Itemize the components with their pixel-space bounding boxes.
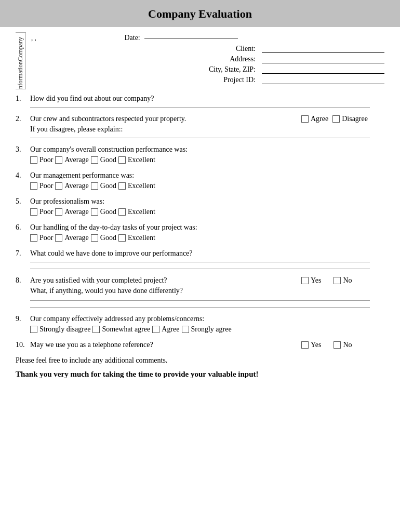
q8-yes[interactable]: Yes xyxy=(301,276,321,285)
q9-strongly-agree[interactable]: Srongly agree xyxy=(182,325,232,334)
q10-num: 10. xyxy=(16,341,30,349)
q6-excellent-checkbox[interactable] xyxy=(118,234,126,242)
q2-row: 2. Our crew and subcontractors respected… xyxy=(16,115,384,123)
q5-good-checkbox[interactable] xyxy=(91,208,98,216)
q10-yes-checkbox[interactable] xyxy=(301,341,309,349)
q4-poor-checkbox[interactable] xyxy=(30,182,37,190)
q2-disagree-checkbox[interactable] xyxy=(332,115,340,123)
q9-num: 9. xyxy=(16,315,30,323)
q8-yes-checkbox[interactable] xyxy=(301,277,309,284)
comma-text: , , xyxy=(31,34,36,42)
q3-good[interactable]: Good xyxy=(91,156,116,164)
q6-options: Poor Average Good Excellent xyxy=(30,234,384,242)
q2-text: Our crew and subcontractors respected yo… xyxy=(30,115,296,123)
q3-average-checkbox[interactable] xyxy=(55,156,62,164)
info-fields: , , Date: Client: Address: City, State, … xyxy=(31,32,384,89)
q9-options: Strongly disagree Somewhat agree Agree S… xyxy=(30,325,384,334)
q2-agree-label: Agree xyxy=(311,115,328,123)
q4-good[interactable]: Good xyxy=(91,182,116,190)
q3-good-checkbox[interactable] xyxy=(91,156,98,164)
q5-average-label: Average xyxy=(64,208,88,216)
q6-average-label: Average xyxy=(64,234,88,242)
q9-agree[interactable]: Agree xyxy=(152,325,179,334)
q10-no[interactable]: No xyxy=(334,341,352,349)
q8-answer-line-1 xyxy=(30,300,370,301)
q5-options: Poor Average Good Excellent xyxy=(30,208,384,216)
question-5: 5. Our professionalism was: Poor Average… xyxy=(16,197,384,216)
q5-average-checkbox[interactable] xyxy=(55,208,62,216)
q6-average[interactable]: Average xyxy=(55,234,88,242)
q9-somewhat-agree[interactable]: Somewhat agree xyxy=(92,325,150,334)
q8-no[interactable]: No xyxy=(334,276,352,285)
q3-poor-checkbox[interactable] xyxy=(30,156,37,164)
question-1: 1. How did you find out about our compan… xyxy=(16,95,384,108)
question-4: 4. Our management performance was: Poor … xyxy=(16,171,384,190)
q2-agree-checkbox[interactable] xyxy=(301,115,309,123)
q5-excellent-label: Excellent xyxy=(128,208,155,216)
project-id-row: Project ID: xyxy=(31,76,384,84)
q5-excellent-checkbox[interactable] xyxy=(118,208,126,216)
q2-disagree-label: Disagree xyxy=(342,115,368,123)
q5-text: Our professionalism was: xyxy=(30,197,384,206)
q9-strongly-disagree-checkbox[interactable] xyxy=(30,326,37,333)
q4-average-label: Average xyxy=(64,182,88,190)
q10-yes-label: Yes xyxy=(311,341,321,349)
q7-row: 7. What could we have done to improve ou… xyxy=(16,249,384,258)
q8-answer-line-2 xyxy=(30,307,370,308)
q9-somewhat-agree-checkbox[interactable] xyxy=(92,326,100,333)
q3-row: 3. Our company's overall construction pe… xyxy=(16,145,384,154)
q5-good-label: Good xyxy=(100,208,116,216)
q9-agree-checkbox[interactable] xyxy=(152,326,159,333)
q3-poor[interactable]: Poor xyxy=(30,156,53,164)
q8-options: Yes No xyxy=(301,276,384,285)
q3-good-label: Good xyxy=(100,156,116,164)
q6-row: 6. Our handling of the day-to-day tasks … xyxy=(16,223,384,232)
q5-poor-checkbox[interactable] xyxy=(30,208,37,216)
q4-num: 4. xyxy=(16,171,30,180)
city-state-zip-label: City, State, ZIP: xyxy=(154,65,258,74)
q4-excellent[interactable]: Excellent xyxy=(118,182,155,190)
q3-excellent[interactable]: Excellent xyxy=(118,156,155,164)
q9-agree-label: Agree xyxy=(162,325,179,334)
q10-options: Yes No xyxy=(301,341,384,349)
question-2: 2. Our crew and subcontractors respected… xyxy=(16,115,384,138)
q5-poor[interactable]: Poor xyxy=(30,208,53,216)
q6-poor-label: Poor xyxy=(39,234,53,242)
client-row: Client: xyxy=(31,45,384,53)
address-row: Address: xyxy=(31,55,384,63)
q6-good[interactable]: Good xyxy=(91,234,116,242)
q5-good[interactable]: Good xyxy=(91,208,116,216)
q4-excellent-checkbox[interactable] xyxy=(118,182,126,190)
q7-answer-line-2 xyxy=(30,269,370,269)
q1-num: 1. xyxy=(16,95,30,103)
q3-excellent-checkbox[interactable] xyxy=(118,156,126,164)
q2-disagree[interactable]: Disagree xyxy=(332,115,368,123)
q4-average-checkbox[interactable] xyxy=(55,182,62,190)
q6-num: 6. xyxy=(16,223,30,232)
q6-good-checkbox[interactable] xyxy=(91,234,98,242)
q8-text: Are you satisfied with your completed pr… xyxy=(30,276,296,285)
q4-poor-label: Poor xyxy=(39,182,53,190)
q9-strongly-disagree-label: Strongly disagree xyxy=(39,325,90,334)
q6-excellent-label: Excellent xyxy=(128,234,155,242)
q6-excellent[interactable]: Excellent xyxy=(118,234,155,242)
q3-average[interactable]: Average xyxy=(55,156,88,164)
q6-poor[interactable]: Poor xyxy=(30,234,53,242)
q6-average-checkbox[interactable] xyxy=(55,234,62,242)
q4-poor[interactable]: Poor xyxy=(30,182,53,190)
q6-poor-checkbox[interactable] xyxy=(30,234,37,242)
q10-yes[interactable]: Yes xyxy=(301,341,321,349)
q10-no-checkbox[interactable] xyxy=(334,341,341,349)
address-label: Address: xyxy=(154,55,258,63)
q4-text: Our management performance was: xyxy=(30,171,384,180)
q2-agree[interactable]: Agree xyxy=(301,115,328,123)
q4-good-checkbox[interactable] xyxy=(91,182,98,190)
q9-strongly-disagree[interactable]: Strongly disagree xyxy=(30,325,90,334)
q5-average[interactable]: Average xyxy=(55,208,88,216)
client-label: Client: xyxy=(154,45,258,53)
q8-no-label: No xyxy=(343,276,352,285)
q9-strongly-agree-checkbox[interactable] xyxy=(182,326,189,333)
q8-no-checkbox[interactable] xyxy=(334,277,341,284)
q4-average[interactable]: Average xyxy=(55,182,88,190)
q5-excellent[interactable]: Excellent xyxy=(118,208,155,216)
